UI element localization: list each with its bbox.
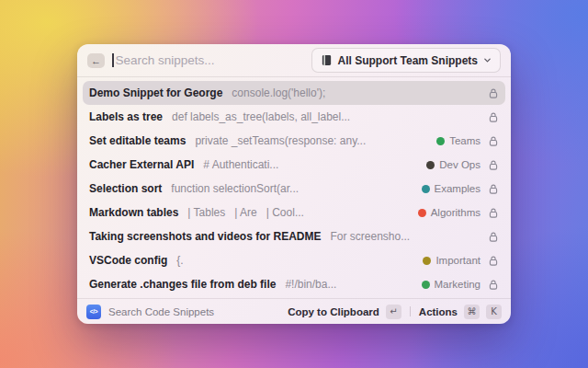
label-tag: Marketing (422, 279, 481, 290)
snippet-code-preview: # Authenticati... (203, 158, 278, 171)
label-tag: Examples (422, 183, 481, 194)
text-caret (112, 53, 114, 67)
row-accessories: Algorithms (411, 207, 499, 219)
row-accessories: Dev Ops (419, 159, 499, 171)
row-accessories: Teams (429, 135, 499, 147)
snippet-title: Labels as tree (89, 110, 163, 123)
snippet-code-preview: def labels_as_tree(labels, all_label... (172, 110, 350, 123)
snippet-row[interactable]: Taking screenshots and videos for README… (83, 224, 505, 248)
snippet-row[interactable]: Labels as tree def labels_as_tree(labels… (83, 105, 505, 129)
lock-icon (488, 135, 499, 147)
lock-icon (488, 255, 499, 267)
status-bar: </> Search Code Snippets Copy to Clipboa… (77, 298, 511, 324)
row-accessories (481, 231, 499, 243)
row-accessories: Marketing (414, 279, 500, 291)
snippet-title: Taking screenshots and videos for README (89, 230, 322, 243)
lock-icon (488, 279, 499, 291)
chevron-down-icon (483, 56, 492, 64)
copy-to-clipboard-button[interactable]: Copy to Clipboard ↵ (288, 305, 401, 319)
row-accessories: Examples (414, 183, 500, 195)
status-bar-divider (410, 306, 411, 316)
actions-label: Actions (419, 306, 458, 317)
snippet-code-preview: private _setTeams(response: any... (195, 134, 366, 147)
label-tag-text: Important (435, 255, 481, 266)
snippet-code-preview: console.log('hello'); (232, 86, 325, 99)
snippet-list: Demo Snippet for George console.log('hel… (77, 77, 511, 298)
snippet-title: Selection sort (89, 182, 162, 195)
actions-button[interactable]: Actions ⌘ K (419, 305, 502, 319)
snippet-code-preview: function selectionSort(ar... (171, 182, 299, 195)
snippet-title: Markdown tables (89, 206, 178, 219)
snippet-title: Generate .changes file from deb file (89, 278, 276, 291)
snippet-code-preview: | Tables | Are | Cool... (187, 206, 304, 219)
snippet-title: Demo Snippet for George (89, 86, 222, 99)
snippet-title: Cacher External API (89, 158, 194, 171)
snippet-row[interactable]: Set editable teams private _setTeams(res… (83, 129, 505, 153)
dropdown-selected-value: All Support Team Snippets (338, 54, 478, 67)
row-accessories (481, 87, 499, 99)
snippet-row[interactable]: Cacher External API # Authenticati... De… (83, 153, 505, 177)
snippet-row[interactable]: VSCode config {. Important (83, 248, 505, 272)
snippet-library-dropdown[interactable]: All Support Team Snippets (311, 48, 501, 73)
snippet-title: VSCode config (89, 254, 167, 267)
label-tag-text: Algorithms (431, 207, 481, 218)
enter-key-icon: ↵ (386, 305, 401, 319)
label-tag: Dev Ops (426, 159, 481, 170)
desktop-background: { "search": { "back_label": "\u2190", "p… (0, 0, 588, 368)
row-accessories: Important (415, 255, 499, 267)
lock-icon (488, 111, 499, 123)
snippet-row[interactable]: Demo Snippet for George console.log('hel… (83, 81, 505, 105)
label-tag-text: Marketing (435, 279, 481, 290)
label-color-dot (422, 281, 430, 289)
snippet-code-preview: #!/bin/ba... (285, 278, 336, 291)
label-color-dot (422, 185, 430, 193)
label-color-dot (418, 209, 426, 217)
row-accessories (481, 111, 499, 123)
lock-icon (488, 207, 499, 219)
code-snippets-extension-icon: </> (86, 305, 101, 319)
search-bar: ← All Support Team Snippets (77, 44, 511, 77)
lock-icon (488, 87, 499, 99)
lock-icon (488, 231, 499, 243)
snippet-row[interactable]: Selection sort function selectionSort(ar… (83, 177, 505, 201)
k-key-icon: K (486, 305, 502, 319)
code-glyph: </> (90, 308, 98, 315)
label-tag-text: Examples (435, 183, 481, 194)
library-book-icon (321, 54, 333, 66)
label-tag-text: Dev Ops (439, 159, 481, 170)
lock-icon (488, 183, 499, 195)
label-color-dot (426, 161, 435, 169)
back-button[interactable]: ← (87, 53, 105, 68)
snippet-code-preview: For screensho... (331, 230, 411, 243)
extension-name: Search Code Snippets (108, 306, 214, 317)
snippet-row[interactable]: Generate .changes file from deb file #!/… (83, 272, 505, 296)
label-color-dot (423, 257, 431, 265)
label-tag: Teams (436, 135, 481, 146)
snippet-search-window: ← All Support Team Snippets Demo Snippet… (77, 44, 511, 324)
snippet-row[interactable]: Markdown tables | Tables | Are | Cool...… (83, 201, 505, 224)
snippet-code-preview: {. (176, 254, 183, 267)
label-tag: Important (423, 255, 481, 266)
search-input[interactable] (116, 53, 304, 67)
label-tag: Algorithms (418, 207, 481, 218)
back-arrow-icon: ← (91, 55, 101, 66)
snippet-title: Set editable teams (89, 134, 186, 147)
lock-icon (488, 159, 499, 171)
label-tag-text: Teams (449, 135, 481, 146)
status-bar-actions: Copy to Clipboard ↵ Actions ⌘ K (288, 305, 502, 319)
copy-to-clipboard-label: Copy to Clipboard (288, 306, 379, 317)
command-key-icon: ⌘ (464, 305, 480, 319)
label-color-dot (436, 137, 445, 145)
